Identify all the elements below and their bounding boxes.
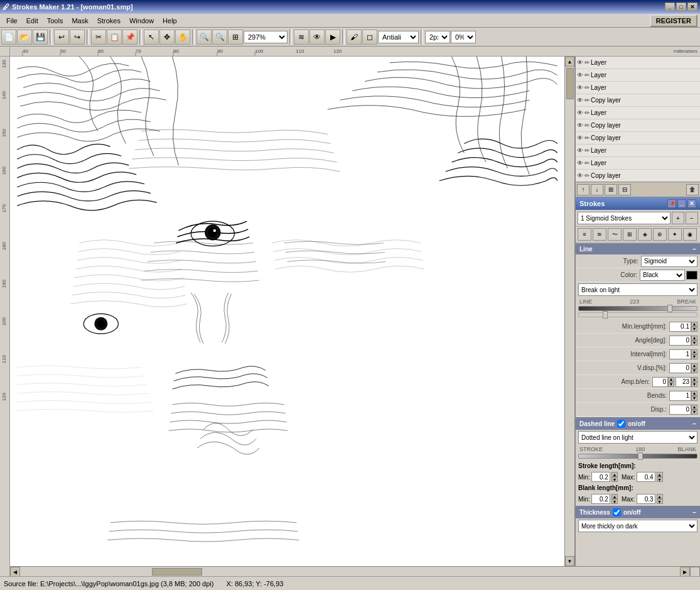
px-select[interactable]: 2px 1px 3px [425,31,450,43]
vdisp-down[interactable]: ▼ [691,368,697,373]
blank-max-up[interactable]: ▲ [657,494,663,499]
stroke-min-input[interactable] [591,472,610,482]
dashed-checkbox[interactable] [617,420,625,428]
type-select[interactable]: Sigmoid Smooth Wavy Linear [641,256,697,267]
layer-visibility-icon[interactable]: 👁 [577,147,583,154]
layer-visibility-icon[interactable]: 👁 [577,160,583,167]
ampben-up1[interactable]: ▲ [668,377,674,382]
ampben-down2[interactable]: ▼ [691,382,697,387]
ampben-input2[interactable] [676,377,691,387]
min-length-input[interactable] [669,322,691,332]
menu-strokes[interactable]: Strokes [94,16,124,26]
layer-visibility-icon[interactable]: 👁 [577,109,583,116]
layer-edit-icon[interactable]: ✏ [584,59,590,66]
thickness-section-toggle[interactable]: − [692,509,696,516]
stroke-max-down[interactable]: ▼ [657,477,663,482]
brush-button[interactable]: 🖌 [347,30,362,45]
dashed-select[interactable]: Dotted line on light Dotted line on dark… [578,431,697,444]
layer-row[interactable]: 👁 ✏ Copy layer [576,132,700,145]
min-length-down[interactable]: ▼ [691,327,697,332]
layer-visibility-icon[interactable]: 👁 [577,172,583,179]
preset-add-button[interactable]: + [672,212,684,224]
layer-row[interactable]: 👁 ✏ Layer [576,157,700,170]
minimize-button[interactable]: _ [665,3,675,11]
layer-edit-icon[interactable]: ✏ [584,122,590,129]
bends-down[interactable]: ▼ [691,396,697,401]
render-button[interactable]: ▶ [325,30,340,45]
layer-distribute-button[interactable]: ⊟ [618,184,631,195]
preset-select[interactable]: 1 Sigmoid Strokes 2 Smooth Strokes 3 Wav… [578,212,670,224]
interval-up[interactable]: ▲ [691,349,697,354]
menu-help[interactable]: Help [159,16,181,26]
angle-input[interactable] [669,336,691,346]
zoom-in-button[interactable]: 🔍 [212,30,227,45]
register-button[interactable]: REGISTER [650,14,697,27]
cut-button[interactable]: ✂ [91,30,106,45]
scroll-down-button[interactable]: ▼ [565,556,574,566]
layer-row[interactable]: 👁 ✏ Layer [576,145,700,157]
layer-move-up-button[interactable]: ↑ [577,184,590,195]
zoom-out-button[interactable]: 🔍 [197,30,212,45]
stroke-tool-4[interactable]: ⊞ [623,228,637,241]
panel-pin-button[interactable]: 📌 [667,199,676,208]
vdisp-up[interactable]: ▲ [691,363,697,368]
stroke-tool-3[interactable]: 〜 [608,228,622,241]
vdisp-input[interactable] [669,363,691,373]
menu-edit[interactable]: Edit [23,16,42,26]
layer-delete-button[interactable]: 🗑 [686,184,699,195]
strokes-button[interactable]: ≋ [294,30,309,45]
line-section-toggle[interactable]: − [692,246,696,253]
scroll-thumb-v[interactable] [566,68,574,99]
stroke-max-input[interactable] [637,472,655,482]
layer-edit-icon[interactable]: ✏ [584,134,590,141]
layer-row[interactable]: 👁 ✏ Copy layer [576,94,700,107]
zoom-fit-button[interactable]: ⊞ [228,30,243,45]
layer-edit-icon[interactable]: ✏ [584,97,590,104]
scroll-up-button[interactable]: ▲ [565,57,574,67]
thickness-checkbox[interactable] [613,508,621,516]
layer-row[interactable]: 👁 ✏ Layer [576,69,700,82]
panel-close-button[interactable]: ✕ [687,199,696,208]
layer-edit-icon[interactable]: ✏ [584,160,590,167]
layer-edit-icon[interactable]: ✏ [584,109,590,116]
stroke-tool-2[interactable]: ≋ [593,228,606,241]
stroke-min-up[interactable]: ▲ [611,472,618,477]
maximize-button[interactable]: □ [676,3,686,11]
layer-row[interactable]: 👁 ✏ Layer [576,57,700,69]
eraser-button[interactable]: ◻ [362,30,377,45]
titlebar-controls[interactable]: _ □ ✕ [665,3,697,11]
blank-max-down[interactable]: ▼ [657,499,663,504]
color-swatch[interactable] [686,271,697,280]
menu-file[interactable]: File [3,16,21,26]
scroll-right-button[interactable]: ▶ [680,567,690,576]
layer-row[interactable]: 👁 ✏ Layer [576,107,700,119]
stroke-tool-7[interactable]: ✦ [668,228,682,241]
paste-button[interactable]: 📌 [122,30,137,45]
blank-max-input[interactable] [637,494,655,504]
angle-up[interactable]: ▲ [691,336,697,341]
opacity-select[interactable]: 0% 50% 100% [451,31,476,43]
break-slider-thumb[interactable] [667,305,672,312]
dashed-section-toggle[interactable]: − [692,420,696,427]
close-button[interactable]: ✕ [687,3,697,11]
layer-row[interactable]: 👁 ✏ Layer [576,82,700,94]
angle-down[interactable]: ▼ [691,341,697,346]
blank-min-up[interactable]: ▲ [611,494,618,499]
canvas-scrollbar-v[interactable]: ▲ ▼ [564,57,574,566]
layer-visibility-icon[interactable]: 👁 [577,59,583,66]
interval-input[interactable] [669,349,691,359]
layer-edit-icon[interactable]: ✏ [584,84,590,91]
secondary-slider-thumb[interactable] [603,311,608,319]
redo-button[interactable]: ↪ [70,30,85,45]
scroll-left-button[interactable]: ◀ [10,567,20,576]
select-button[interactable]: ↖ [144,30,159,45]
break-select[interactable]: Break on light Break on dark No break [578,283,697,296]
panel-minimize-button[interactable]: _ [677,199,686,208]
scroll-thumb-h[interactable] [152,568,202,576]
menu-mask[interactable]: Mask [68,16,92,26]
zoom-select[interactable]: 297% 100% 200% [244,31,288,43]
undo-button[interactable]: ↩ [54,30,69,45]
stroke-max-up[interactable]: ▲ [657,472,663,477]
layer-edit-icon[interactable]: ✏ [584,172,590,179]
stroke-tool-6[interactable]: ⊛ [653,228,667,241]
